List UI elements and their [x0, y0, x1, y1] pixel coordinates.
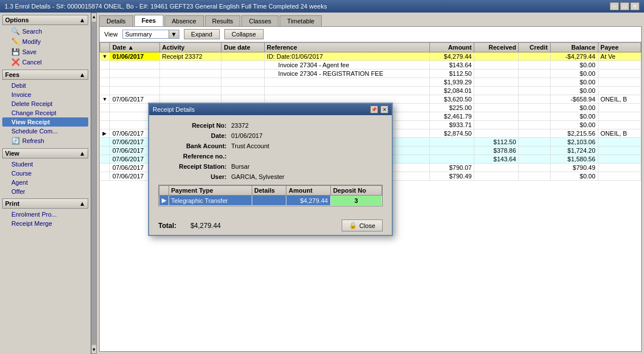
date-value: 01/06/2017 [231, 132, 262, 139]
modal-table-row[interactable]: ▶Telegraphic Transfer$4,279.443 [159, 196, 382, 206]
modal-th-payment-type: Payment Type [169, 186, 252, 196]
modal-row-selector: ▶ [159, 196, 169, 206]
modal-overlay: Receipt Details 📌 ✕ Receipt No: 23372 Da… [0, 0, 644, 354]
receipt-station-row: Receipt Station: Bursar [158, 163, 383, 170]
modal-close-button[interactable]: 🔒 Close [342, 219, 383, 231]
receipt-no-value: 23372 [231, 122, 249, 129]
receipt-station-label: Receipt Station: [158, 163, 227, 170]
modal-payment-table: Payment Type Details Amount Deposit No ▶… [159, 185, 382, 206]
reference-no-row: Reference no.: [158, 153, 383, 160]
modal-th-selector [159, 186, 169, 196]
modal-body: Receipt No: 23372 Date: 01/06/2017 Bank … [149, 115, 392, 215]
modal-th-amount: Amount [286, 186, 331, 196]
bank-account-label: Bank Acount: [158, 143, 227, 149]
reference-no-label: Reference no.: [158, 153, 227, 160]
modal-cell-deposit-no: 3 [330, 196, 382, 206]
close-button-label: Close [359, 222, 375, 229]
user-label: User: [158, 173, 227, 180]
bank-account-row: Bank Acount: Trust Account [158, 143, 383, 149]
receipt-no-row: Receipt No: 23372 [158, 122, 383, 129]
modal-title-icons: 📌 ✕ [370, 105, 388, 113]
modal-th-deposit-no: Deposit No [330, 186, 382, 196]
modal-title-bar: Receipt Details 📌 ✕ [149, 104, 392, 115]
modal-cell-details [252, 196, 286, 206]
modal-cell-payment-type: Telegraphic Transfer [169, 196, 252, 206]
date-label: Date: [158, 132, 227, 139]
modal-cell-amount: $4,279.44 [286, 196, 331, 206]
receipt-no-label: Receipt No: [158, 122, 227, 129]
close-icon: 🔒 [349, 222, 357, 229]
user-row: User: GARCIA, Sylvester [158, 173, 383, 180]
total-value: $4,279.44 [181, 222, 221, 230]
user-value: GARCIA, Sylvester [231, 173, 285, 180]
total-label: Total: [158, 222, 177, 230]
date-row: Date: 01/06/2017 [158, 132, 383, 139]
modal-footer: Total: $4,279.44 🔒 Close [149, 215, 392, 235]
bank-account-value: Trust Account [231, 143, 269, 149]
modal-title-text: Receipt Details [153, 106, 195, 113]
modal-th-details: Details [252, 186, 286, 196]
receipt-details-modal: Receipt Details 📌 ✕ Receipt No: 23372 Da… [148, 103, 393, 236]
receipt-station-value: Bursar [231, 163, 249, 170]
modal-close-x-button[interactable]: ✕ [380, 105, 388, 113]
modal-payment-table-container: Payment Type Details Amount Deposit No ▶… [158, 185, 383, 206]
modal-pin-button[interactable]: 📌 [370, 105, 378, 113]
